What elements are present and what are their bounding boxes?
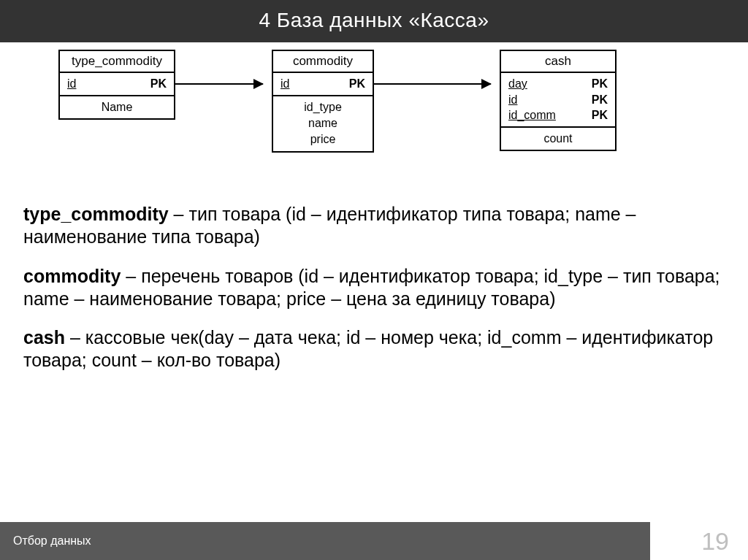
entity-attr: id_type: [280, 99, 365, 115]
entity-attr: Name: [60, 96, 174, 118]
entity-header: cash: [501, 51, 615, 73]
pk-label: PK: [150, 76, 167, 92]
entity-attr: name: [280, 115, 365, 131]
entity-type-commodity: type_commodity id PK Name: [58, 50, 175, 120]
page-number: 19: [701, 527, 729, 556]
slide-footer: Отбор данных 19: [0, 522, 748, 560]
footer-text: Отбор данных: [0, 522, 650, 560]
pk-label: PK: [592, 92, 608, 108]
er-diagram: type_commodity id PK Name commodity id P…: [29, 50, 719, 181]
description-line: type_commodity – тип товара (id – иденти…: [23, 203, 725, 249]
pk-field: id: [280, 76, 289, 92]
pk-field: id: [67, 76, 76, 92]
entity-header: type_commodity: [60, 51, 174, 73]
pk-label: PK: [592, 107, 608, 123]
entity-attr: count: [501, 128, 615, 150]
relationship-arrow: [175, 83, 263, 85]
entity-cash: cash day PK id PK id_comm PK count: [500, 50, 617, 151]
description-block: type_commodity – тип товара (id – иденти…: [23, 203, 725, 372]
pk-field: day: [508, 76, 527, 92]
description-line: commodity – перечень товаров (id – идент…: [23, 265, 725, 311]
relationship-arrow: [374, 83, 491, 85]
pk-field: id_comm: [508, 107, 556, 123]
entity-header: commodity: [273, 51, 373, 73]
slide-title: 4 База данных «Касса»: [0, 0, 748, 42]
pk-label: PK: [349, 76, 365, 92]
pk-field: id: [508, 92, 517, 108]
entity-attr: price: [280, 131, 365, 147]
description-line: cash – кассовые чек(day – дата чека; id …: [23, 326, 725, 372]
entity-commodity: commodity id PK id_type name price: [272, 50, 374, 153]
pk-label: PK: [592, 76, 608, 92]
